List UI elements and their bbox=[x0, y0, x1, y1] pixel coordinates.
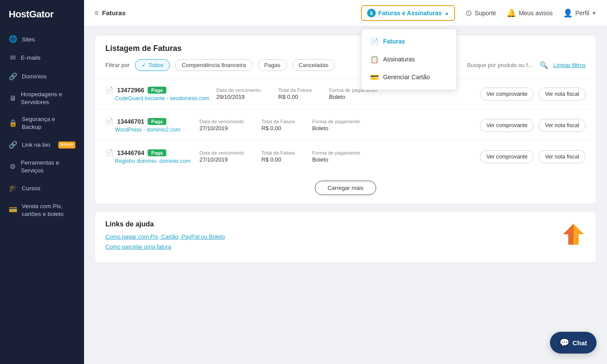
total-value-2: R$ 0,00 bbox=[261, 156, 295, 163]
sidebar-icon-link-na-bio: 🔗 bbox=[9, 141, 17, 150]
table-row: 📄 13446701 Paga WordPress - dominio2.com… bbox=[95, 109, 596, 141]
filter-btn-pendencia[interactable]: Compendência financeira bbox=[175, 59, 252, 71]
invoice-icon-1: 📄 bbox=[105, 118, 114, 125]
invoice-num-row-2: 📄 13446764 Paga bbox=[105, 149, 192, 157]
svg-marker-0 bbox=[573, 224, 584, 245]
sidebar-item-dominios[interactable]: 🔗 Domínios bbox=[3, 68, 81, 86]
total-label-1: Total da Fatura bbox=[261, 119, 295, 124]
help-link-1[interactable]: Como parcelar uma fatura bbox=[105, 243, 225, 250]
dropdown-label-gerenciar-cartao: Gerenciar Cartão bbox=[383, 74, 430, 81]
sidebar-icon-cursos: 🎓 bbox=[9, 184, 17, 193]
faturas-assinaturas-button[interactable]: $ Faturas e Assinaturas ▲ bbox=[361, 5, 455, 21]
avisos-nav-item[interactable]: 🔔 Meus avisos bbox=[506, 8, 553, 18]
payment-value-0: Boleto bbox=[329, 94, 377, 100]
payment-label-1: Forma de pagamento bbox=[312, 119, 360, 124]
perfil-nav-item[interactable]: 👤 Perfil ▼ bbox=[563, 8, 597, 18]
search-icon: 🔍 bbox=[540, 61, 548, 69]
filter-btn-pagas[interactable]: Pagas bbox=[258, 59, 287, 71]
filter-btn-canceladas[interactable]: Canceladas bbox=[292, 59, 335, 71]
invoice-left-1: 📄 13446701 Paga WordPress - dominio2.com bbox=[105, 118, 192, 133]
table-row: 📄 13446764 Paga Registro domínio- domini… bbox=[95, 141, 596, 172]
invoice-num-row-1: 📄 13446701 Paga bbox=[105, 118, 192, 125]
status-badge-1: Paga bbox=[148, 118, 166, 125]
sidebar-item-venda-pix[interactable]: 💳 Venda com Pix, cartões e boleto bbox=[3, 198, 81, 222]
sidebar-item-hospedagens[interactable]: 🖥 Hospedagens e Servidores bbox=[3, 86, 81, 110]
faturas-card-header: Listagem de Faturas Filtrar por ✓ TodosC… bbox=[95, 35, 596, 78]
clear-filters-link[interactable]: Limpar filtros bbox=[553, 62, 586, 68]
sidebar-item-cursos[interactable]: 🎓 Cursos bbox=[3, 179, 81, 197]
header-nav: $ Faturas e Assinaturas ▲ 📄 Faturas📋 Ass… bbox=[361, 5, 597, 21]
sidebar-label-cursos: Cursos bbox=[22, 185, 75, 192]
dropdown-label-faturas: Faturas bbox=[383, 38, 405, 45]
user-icon: 👤 bbox=[563, 8, 573, 18]
chat-label: Chat bbox=[573, 339, 587, 347]
dropdown-item-faturas[interactable]: 📄 Faturas bbox=[361, 33, 456, 51]
bell-icon: 🔔 bbox=[506, 8, 516, 18]
invoice-list: 📄 13472966 Paga CodeGuard Iniciante - se… bbox=[95, 78, 596, 172]
invoice-left-2: 📄 13446764 Paga Registro domínio- domini… bbox=[105, 149, 192, 164]
sidebar-label-sites: Sites bbox=[22, 36, 75, 44]
avisos-label: Meus avisos bbox=[519, 10, 553, 17]
faturas-card: Listagem de Faturas Filtrar por ✓ TodosC… bbox=[94, 35, 597, 204]
invoice-actions-1: Ver comprovante Ver nota fiscal bbox=[480, 119, 586, 132]
filter-btn-todos[interactable]: ✓ Todos bbox=[135, 59, 170, 71]
sidebar-item-link-na-bio[interactable]: 🔗 Link na bio NOVO bbox=[3, 136, 81, 154]
payment-label-2: Forma de pagamento bbox=[312, 150, 360, 155]
dropdown-item-gerenciar-cartao[interactable]: 💳 Gerenciar Cartão bbox=[361, 68, 456, 86]
sidebar-item-sites[interactable]: 🌐 Sites bbox=[3, 30, 81, 48]
faturas-assinaturas-label: Faturas e Assinaturas bbox=[378, 10, 442, 17]
search-input[interactable] bbox=[467, 62, 537, 68]
help-content: Links de ajuda Como pagar com Pix, Cartã… bbox=[105, 220, 225, 253]
fiscal-button-1[interactable]: Ver nota fiscal bbox=[538, 119, 586, 132]
faturas-dropdown-menu: 📄 Faturas📋 Assinaturas💳 Gerenciar Cartão bbox=[361, 29, 457, 90]
header-title-text: Faturas bbox=[102, 9, 125, 17]
dropdown-label-assinaturas: Assinaturas bbox=[383, 56, 415, 63]
sidebar: HostGator 🌐 Sites ✉ E-mails 🔗 Domínios 🖥… bbox=[0, 0, 84, 364]
suporte-icon: ⊙ bbox=[465, 8, 472, 18]
meta-total-0: Total da Fatura R$ 0,00 bbox=[278, 88, 312, 100]
load-more-button[interactable]: Carregar mais bbox=[315, 181, 376, 195]
sidebar-item-seguranca[interactable]: 🔒 Segurança e Backup bbox=[3, 111, 81, 135]
due-date-label-0: Data de vencimento bbox=[216, 88, 261, 93]
header: ≡ Faturas $ Faturas e Assinaturas ▲ 📄 Fa… bbox=[84, 0, 607, 26]
meta-payment-1: Forma de pagamento Boleto bbox=[312, 119, 360, 131]
help-title: Links de ajuda bbox=[105, 220, 225, 228]
dropdown-item-assinaturas[interactable]: 📋 Assinaturas bbox=[361, 51, 456, 68]
invoice-left-0: 📄 13472966 Paga CodeGuard Iniciante - se… bbox=[105, 86, 209, 101]
help-link-0[interactable]: Como pagar com Pix, Cartão, PayPal ou Bo… bbox=[105, 233, 225, 240]
payment-value-1: Boleto bbox=[312, 125, 360, 131]
fiscal-button-0[interactable]: Ver nota fiscal bbox=[538, 88, 586, 101]
perfil-label: Perfil bbox=[575, 10, 589, 17]
sidebar-label-dominios: Domínios bbox=[22, 73, 75, 81]
receipt-button-0[interactable]: Ver comprovante bbox=[480, 88, 534, 101]
invoice-description-0: CodeGuard Iniciante - seudominio.com bbox=[105, 95, 209, 101]
sidebar-icon-emails: ✉ bbox=[9, 54, 17, 63]
invoice-icon-0: 📄 bbox=[105, 86, 114, 94]
svg-marker-1 bbox=[563, 224, 573, 245]
sidebar-item-ferramentas[interactable]: ⚙ Ferramentas e Serviços bbox=[3, 155, 81, 179]
total-value-1: R$ 0,00 bbox=[261, 125, 295, 131]
receipt-button-2[interactable]: Ver comprovante bbox=[480, 150, 534, 163]
meta-due-date-2: Data de vencimento 27/10/2019 bbox=[199, 150, 244, 163]
sidebar-logo: HostGator bbox=[0, 0, 84, 30]
chat-icon: 💬 bbox=[560, 338, 569, 347]
total-label-2: Total da Fatura bbox=[261, 150, 295, 155]
badge-novo: NOVO bbox=[58, 142, 75, 148]
payment-value-2: Boleto bbox=[312, 156, 360, 163]
sidebar-item-emails[interactable]: ✉ E-mails bbox=[3, 49, 81, 67]
header-page-title: ≡ Faturas bbox=[94, 9, 126, 17]
faturas-assinaturas-dropdown-wrapper: $ Faturas e Assinaturas ▲ 📄 Faturas📋 Ass… bbox=[361, 5, 455, 21]
load-more-row: Carregar mais bbox=[95, 172, 596, 204]
suporte-nav-item[interactable]: ⊙ Suporte bbox=[465, 8, 496, 18]
sidebar-label-emails: E-mails bbox=[21, 54, 75, 62]
sidebar-icon-hospedagens: 🖥 bbox=[9, 94, 17, 103]
meta-total-1: Total da Fatura R$ 0,00 bbox=[261, 119, 295, 131]
receipt-button-1[interactable]: Ver comprovante bbox=[480, 119, 534, 132]
check-icon: ✓ bbox=[142, 62, 146, 68]
fiscal-button-2[interactable]: Ver nota fiscal bbox=[538, 150, 586, 163]
sidebar-label-hospedagens: Hospedagens e Servidores bbox=[21, 91, 75, 106]
sidebar-label-link-na-bio: Link na bio bbox=[22, 141, 54, 149]
invoice-actions-2: Ver comprovante Ver nota fiscal bbox=[480, 150, 586, 163]
chat-button[interactable]: 💬 Chat bbox=[550, 332, 597, 354]
card-title: Listagem de Faturas bbox=[105, 44, 586, 53]
